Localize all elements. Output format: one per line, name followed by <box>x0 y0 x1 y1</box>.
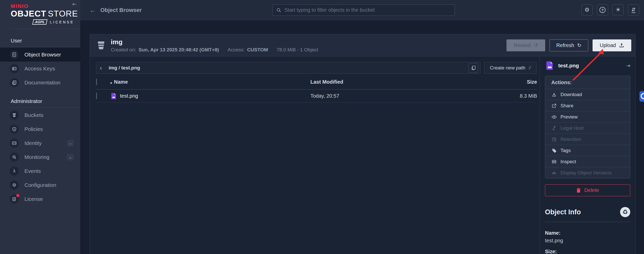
object-name-label: Name: <box>545 230 630 236</box>
gear-icon: ⚙ <box>10 181 19 190</box>
trash-icon <box>576 188 581 193</box>
action-preview[interactable]: Preview <box>545 111 630 122</box>
transfers-button[interactable]: ⇵ <box>628 4 639 16</box>
action-label: Inspect <box>560 159 576 165</box>
sidebar-item-monitoring[interactable]: Monitoring ⌄ <box>0 150 80 164</box>
table-header-row: ▴Name Last Modified Size <box>96 75 537 89</box>
refresh-button-label: Refresh <box>556 42 574 48</box>
action-legal-hold: Legal Hold <box>545 122 630 133</box>
top-bar: ← Object Browser ⚙ ? ☀ ⇵ <box>80 0 644 20</box>
column-header-size[interactable]: Size <box>506 79 537 85</box>
table-row[interactable]: test.png Today, 20:57 8.3 MiB <box>96 89 537 103</box>
versions-icon <box>551 171 557 175</box>
action-label: Preview <box>560 114 578 120</box>
action-inspect[interactable]: Inspect <box>545 156 630 167</box>
breadcrumb[interactable]: img / test.png <box>109 65 462 71</box>
agpl-badge: AGPL <box>32 19 47 25</box>
sidebar-section-user: User <box>11 38 80 44</box>
sidebar-item-license[interactable]: License <box>0 192 80 206</box>
sun-icon: ☀ <box>615 7 621 13</box>
sidebar-item-access-keys[interactable]: Access Keys <box>0 62 80 76</box>
refresh-button[interactable]: Refresh ↻ <box>550 39 588 51</box>
sidebar-item-documentation[interactable]: Documentation <box>0 76 80 89</box>
details-header: test.png ⇥ <box>545 61 630 70</box>
access-label: Access: <box>228 47 245 53</box>
sidebar-item-buckets[interactable]: Buckets <box>0 108 80 122</box>
action-tags[interactable]: Tags <box>545 145 630 156</box>
download-icon <box>551 92 557 97</box>
bucket-icon <box>96 40 106 50</box>
gavel-icon <box>551 126 557 130</box>
rewind-button[interactable]: Rewind ↺ <box>506 39 545 51</box>
action-label: Legal Hold <box>560 125 584 131</box>
eye-icon <box>551 115 557 119</box>
metadata-icon[interactable]: ♻ <box>620 207 630 217</box>
sidebar-collapse-icon[interactable]: ⇤ <box>72 1 77 7</box>
object-name-cell[interactable]: test.png <box>110 93 310 99</box>
inspect-icon <box>551 160 557 163</box>
action-label: Share <box>560 103 573 109</box>
column-header-last-modified[interactable]: Last Modified <box>310 79 506 85</box>
settings-button[interactable]: ⚙ <box>581 4 593 16</box>
topbar-actions: ⚙ ? ☀ ⇵ <box>581 4 639 16</box>
object-name: test.png <box>120 93 138 99</box>
help-button[interactable]: ? <box>597 4 608 16</box>
sort-asc-icon: ▴ <box>110 81 112 84</box>
sidebar-item-label: Access Keys <box>24 66 55 72</box>
content-panel: img Created on: Sun, Apr 13 2025 20:48:4… <box>90 34 636 254</box>
action-label: Display Object Versions <box>560 170 612 176</box>
action-label: Retention <box>560 137 581 142</box>
content-body: ‹ img / test.png Create new path :/ <box>90 56 635 254</box>
create-new-path-button[interactable]: Create new path :/ <box>484 62 537 74</box>
upload-icon <box>619 43 624 48</box>
upload-button[interactable]: Upload <box>593 39 631 51</box>
breadcrumb-back-icon[interactable]: ‹ <box>100 65 102 71</box>
identity-icon <box>10 139 19 148</box>
access-value: CUSTOM <box>247 47 268 53</box>
sidebar-item-identity[interactable]: Identity ⌄ <box>0 136 80 150</box>
theme-toggle-button[interactable]: ☀ <box>612 4 624 16</box>
object-info-header: Object Info ♻ <box>545 207 630 217</box>
minio-console: MINIO OBJECTSTORE AGPL LICENSE ⇤ User Ob… <box>0 0 644 254</box>
chevron-down-icon[interactable]: ⌄ <box>67 154 74 160</box>
search-icon <box>276 8 281 13</box>
object-browser-icon <box>10 50 19 59</box>
sidebar-item-label: Events <box>24 168 41 174</box>
tag-icon <box>551 148 557 153</box>
sidebar-item-label: License <box>24 196 43 202</box>
sidebar-item-events[interactable]: λ Events <box>0 164 80 178</box>
divider <box>10 107 80 108</box>
policies-icon <box>10 125 19 134</box>
events-lambda-icon: λ <box>10 167 19 176</box>
back-arrow-icon[interactable]: ← <box>90 7 96 14</box>
page-title[interactable]: ← Object Browser <box>90 0 142 20</box>
chevron-down-icon[interactable]: ⌄ <box>67 140 74 146</box>
sidebar: MINIO OBJECTSTORE AGPL LICENSE ⇤ User Ob… <box>0 0 80 254</box>
license-icon <box>10 195 19 204</box>
delete-button[interactable]: Delete <box>545 184 630 196</box>
copy-path-button[interactable] <box>469 63 478 73</box>
refresh-icon: ↻ <box>577 42 582 48</box>
action-retention: Retention <box>545 133 630 145</box>
sidebar-item-policies[interactable]: Policies <box>0 122 80 136</box>
column-header-name[interactable]: ▴Name <box>110 79 310 85</box>
floating-help-button[interactable] <box>639 91 644 102</box>
object-size-label: Size: <box>545 249 630 254</box>
sidebar-item-configuration[interactable]: ⚙ Configuration <box>0 178 80 192</box>
action-share[interactable]: Share <box>545 100 630 111</box>
breadcrumb-bar: ‹ img / test.png <box>96 62 481 74</box>
select-all-checkbox[interactable] <box>96 79 97 85</box>
search-input[interactable] <box>284 7 451 13</box>
created-value: Sun, Apr 13 2025 20:48:42 (GMT+8) <box>139 47 219 53</box>
object-filter-searchbar <box>272 4 455 16</box>
created-label: Created on: <box>111 47 136 53</box>
floating-help-icon <box>641 93 644 99</box>
buckets-icon <box>10 111 19 120</box>
app-logo: MINIO OBJECTSTORE AGPL LICENSE ⇤ <box>0 0 80 25</box>
sidebar-item-object-browser[interactable]: Object Browser <box>0 48 80 62</box>
collapse-panel-icon[interactable]: ⇥ <box>626 63 630 69</box>
action-download[interactable]: Download <box>545 89 630 100</box>
row-checkbox[interactable] <box>96 93 97 99</box>
image-file-icon <box>545 61 554 70</box>
image-file-icon <box>110 93 117 99</box>
